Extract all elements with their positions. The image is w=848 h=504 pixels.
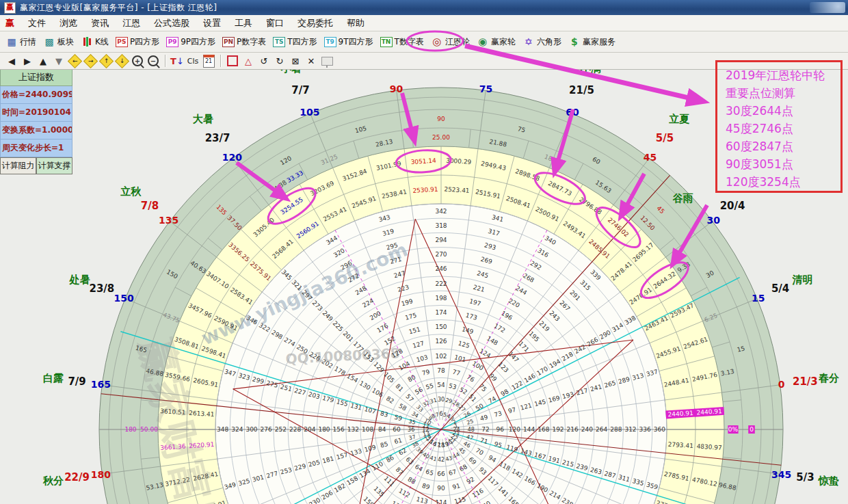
svg-text:180: 180 — [318, 426, 330, 433]
winner-wheel-icon: ◉ — [477, 36, 489, 47]
9p-square-icon: P9 — [166, 36, 178, 47]
toolbar-item-kline[interactable]: K线 — [78, 35, 111, 49]
date-label: 21/5 — [569, 84, 594, 96]
solar-term-label: 春分 — [818, 372, 839, 384]
degree-label: 165 — [91, 379, 111, 390]
menu-item-browse[interactable]: 浏览 — [53, 16, 84, 31]
svg-text:228: 228 — [289, 426, 301, 433]
tool-calendar-button[interactable]: 21 — [201, 54, 216, 68]
tool-nav-right-button[interactable]: ▶ — [20, 54, 35, 68]
menu-item-formula-stock-pick[interactable]: 公式选股 — [147, 16, 196, 31]
tool-shrink-button[interactable]: ✕ — [304, 54, 319, 68]
degree-label: 135 — [159, 215, 178, 226]
tool-step-up-button[interactable]: ↑ — [98, 54, 114, 68]
degree-label: 0 — [778, 379, 785, 390]
svg-text:114: 114 — [435, 499, 447, 504]
toolbar-item-sectors[interactable]: ▩板块 — [40, 35, 77, 49]
toolbar-item-t-number-table[interactable]: TNT数字表 — [377, 35, 427, 49]
toolbar-item-gann-wheel[interactable]: ◎江恩轮 — [428, 35, 473, 49]
solar-term-label: 白露 — [43, 372, 64, 384]
degree-label: 120 — [222, 152, 242, 163]
svg-text:102: 102 — [435, 353, 447, 360]
annotation-box: 2019年江恩轮中轮重要点位测算30度2644点45度2746点60度2847点… — [715, 60, 843, 193]
menu-item-help[interactable]: 帮助 — [340, 16, 371, 31]
tool-triangle-tool-button[interactable]: △ — [241, 54, 256, 68]
toolbar-item-t-square[interactable]: TST四方形 — [270, 35, 319, 49]
svg-text:6: 6 — [439, 411, 442, 417]
menu-bar: 赢 文件浏览资讯江恩公式选股设置工具窗口交易委托帮助 — [0, 15, 848, 31]
t-square-icon: TS — [273, 36, 285, 47]
menu-item-tools[interactable]: 工具 — [228, 16, 259, 31]
toolbar-separator — [220, 55, 222, 67]
toolbar-item-p-number-table[interactable]: PNP数字表 — [220, 35, 269, 49]
svg-text:50.00: 50.00 — [140, 426, 158, 433]
window-controls[interactable] — [810, 2, 845, 13]
date-label: 21/3 — [793, 375, 818, 388]
menu-item-file[interactable]: 文件 — [21, 16, 53, 31]
degree-label: 90 — [390, 83, 403, 94]
svg-text:216: 216 — [567, 426, 579, 433]
svg-text:36: 36 — [408, 427, 414, 433]
annotation-line: 重要点位测算 — [726, 84, 840, 102]
toolbar-item-9p-square[interactable]: P99P四方形 — [163, 35, 218, 49]
panel-row-price: 价格=2440.9099 — [0, 86, 72, 104]
toolbar-item-hexagon[interactable]: ✡六角形 — [520, 35, 564, 49]
annotation-line: 45度2746点 — [726, 120, 840, 137]
date-label: 23/7 — [205, 132, 230, 144]
solar-term-label: 谷雨 — [672, 192, 693, 204]
menu-item-settings[interactable]: 设置 — [196, 16, 228, 31]
solar-term-label: 立夏 — [668, 113, 689, 125]
tool-time-axis-button[interactable]: T↓ — [170, 54, 185, 68]
tool-step-down-button[interactable]: ↓ — [114, 54, 129, 68]
svg-text:204: 204 — [304, 426, 315, 433]
toolbar-item-p-square[interactable]: PSP四方形 — [113, 35, 162, 49]
svg-text:90: 90 — [437, 116, 445, 122]
tool-rotate-cw-button[interactable]: ↻ — [272, 54, 287, 68]
tool-step-left-button[interactable]: ← — [67, 54, 82, 68]
toolbar-label-quotes: 行情 — [20, 36, 36, 48]
date-label: 23/8 — [89, 282, 114, 295]
menu-item-window[interactable]: 窗口 — [259, 16, 291, 31]
calc-resistance-button[interactable]: 计算阻力 — [0, 157, 36, 174]
tool-zoom-out-button[interactable]: − — [146, 54, 161, 68]
calc-support-button[interactable]: 计算支撑 — [36, 157, 72, 174]
menu-item-gann[interactable]: 江恩 — [116, 16, 147, 31]
date-label: 22/9 — [64, 471, 90, 483]
tool-nav-left-button[interactable]: ◀ — [4, 54, 19, 68]
svg-text:318: 318 — [435, 222, 447, 229]
tool-box-select-button[interactable]: ⊠ — [288, 54, 303, 68]
brand-logo: 赢 — [5, 17, 14, 29]
main-toolbar: ▦行情▩板块K线PSP四方形P99P四方形PNP数字表TST四方形T99T四方形… — [0, 31, 848, 53]
toolbar-item-winner-wheel[interactable]: ◉赢家轮 — [474, 35, 518, 49]
tool-zoom-in-button[interactable]: + — [130, 54, 145, 68]
toolbar-label-t-number-table: T数字表 — [395, 36, 424, 48]
tool-nav-down-button[interactable]: ▼ — [51, 54, 66, 68]
degree-label: 75 — [479, 83, 492, 94]
svg-text:198: 198 — [435, 295, 447, 302]
toolbar-item-winner-service[interactable]: $赢家服务 — [566, 35, 618, 49]
tool-rotate-ccw-button[interactable]: ↺ — [256, 54, 271, 68]
menu-item-trade-entrust[interactable]: 交易委托 — [291, 16, 340, 31]
tool-nav-up-button[interactable]: ▲ — [36, 54, 51, 68]
panel-title: 上证指数 — [0, 68, 72, 86]
svg-text:300: 300 — [246, 426, 257, 433]
svg-text:96: 96 — [496, 426, 504, 433]
svg-text:360: 360 — [654, 426, 665, 433]
tool-step-right-button[interactable]: → — [83, 54, 98, 68]
annotation-line: 2019年江恩轮中轮 — [726, 66, 840, 84]
toolbar-item-9t-square[interactable]: T99T四方形 — [321, 35, 376, 49]
svg-text:288: 288 — [610, 426, 622, 433]
t-number-table-icon: TN — [380, 36, 393, 47]
tool-cls-button[interactable]: Cls — [185, 54, 200, 68]
app-icon: 赢 — [4, 2, 16, 14]
date-label: 5/4 — [771, 282, 789, 295]
sectors-icon: ▩ — [43, 36, 55, 47]
degree-label: 60 — [566, 107, 579, 118]
menu-item-news[interactable]: 资讯 — [84, 16, 116, 31]
svg-text:246: 246 — [435, 265, 447, 272]
toolbar-item-quotes[interactable]: ▦行情 — [3, 35, 39, 49]
tool-square-tool-button[interactable] — [225, 54, 240, 68]
svg-text:54: 54 — [437, 382, 445, 388]
toolbar-label-t-square: T四方形 — [287, 36, 317, 48]
tool-board-button[interactable] — [319, 54, 334, 68]
